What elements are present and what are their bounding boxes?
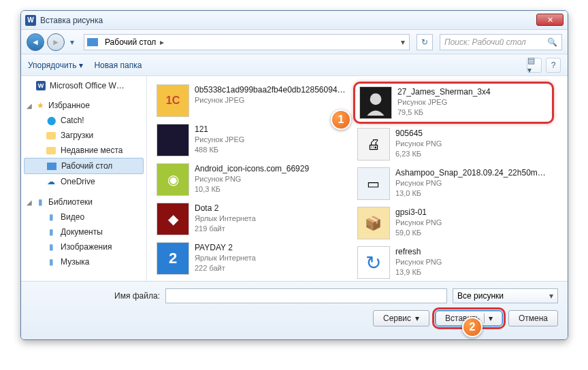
sidebar-item-images[interactable]: ▮ Изображения (21, 239, 146, 254)
close-button[interactable]: ✕ (536, 14, 564, 26)
footer: Имя файла: Все рисунки ▾ Сервис ▾ Встави… (21, 281, 568, 339)
file-thumbnail (359, 86, 392, 119)
new-folder-button[interactable]: Новая папка (94, 61, 142, 70)
sidebar-item-recent[interactable]: Недавние места (21, 143, 146, 158)
file-thumbnail: ▭ (357, 167, 390, 200)
search-input[interactable]: Поиск: Рабочий стол 🔍 (440, 34, 562, 50)
music-icon: ▮ (46, 256, 56, 267)
word-icon: W (36, 81, 46, 90)
file-item[interactable]: ◉ Android_icon-icons.com_66929 Рисунок P… (152, 161, 353, 199)
file-thumbnail: ↻ (357, 246, 390, 279)
search-placeholder: Поиск: Рабочий стол (444, 37, 526, 47)
documents-icon: ▮ (46, 226, 56, 237)
tools-button[interactable]: Сервис ▾ (373, 310, 429, 326)
window-title: Вставка рисунка (40, 16, 103, 25)
sidebar-item-downloads[interactable]: Загрузки (21, 128, 146, 143)
annotation-badge-2: 2 (462, 317, 483, 337)
collapse-icon[interactable]: ◢ (27, 199, 32, 206)
chevron-down-icon: ▾ (79, 61, 83, 70)
address-bar[interactable]: Рабочий стол ▸ ▾ (84, 34, 410, 50)
file-item[interactable]: 121 Рисунок JPEG 488 КБ (152, 121, 353, 159)
sidebar-item-onedrive[interactable]: ☁ OneDrive (21, 174, 146, 189)
file-item[interactable]: 1C 0b5338c1ad999baa2fb4e0db12856094_2015… (152, 82, 353, 120)
star-icon: ★ (35, 100, 46, 111)
filename-label: Имя файла: (31, 291, 160, 301)
search-icon: 🔍 (547, 37, 557, 47)
sidebar-libraries-header[interactable]: ◢ ▮ Библиотеки (21, 195, 146, 209)
file-thumbnail: ◆ (157, 203, 189, 235)
address-dropdown-icon[interactable]: ▾ (399, 37, 406, 47)
desktop-icon (47, 163, 56, 170)
file-thumbnail: 📦 (357, 207, 390, 239)
refresh-button[interactable]: ↻ (416, 34, 433, 50)
sidebar-favorites-header[interactable]: ◢ ★ Избранное (21, 98, 146, 113)
video-icon: ▮ (46, 212, 56, 222)
file-item[interactable]: 📦 gpsi3-01 Рисунок PNG 59,0 КБ (353, 204, 554, 242)
desktop-icon (87, 38, 98, 46)
collapse-icon[interactable]: ◢ (27, 102, 32, 110)
filename-input[interactable] (165, 288, 447, 303)
cloud-icon: ☁ (46, 176, 56, 187)
file-item-selected[interactable]: 27_James_Sherman_3x4 Рисунок JPEG 79,5 К… (353, 82, 554, 124)
images-icon: ▮ (46, 241, 56, 252)
chevron-down-icon: ▾ (549, 291, 553, 301)
library-icon: ▮ (35, 197, 46, 207)
file-item[interactable]: ↻ refresh Рисунок PNG 13,9 КБ (353, 243, 554, 282)
cancel-button[interactable]: Отмена (508, 310, 558, 326)
titlebar[interactable]: W Вставка рисунка ✕ (21, 11, 568, 30)
file-item[interactable]: 🖨 905645 Рисунок PNG 6,23 КБ (353, 125, 554, 163)
file-item[interactable]: ◆ Dota 2 Ярлык Интернета 219 байт (152, 200, 353, 238)
sidebar-item-office[interactable]: W Microsoft Office W… (21, 79, 146, 92)
breadcrumb[interactable]: Рабочий стол (102, 37, 159, 47)
file-thumbnail: ◉ (157, 163, 189, 196)
sidebar-item-catch[interactable]: ⬤ Catch! (21, 113, 146, 128)
file-item[interactable]: ▭ Ashampoo_Snap_2018.09.24_22h50m43s_028… (353, 165, 554, 203)
sidebar-item-music[interactable]: ▮ Музыка (21, 254, 146, 269)
organize-button[interactable]: Упорядочить ▾ (28, 61, 83, 70)
nav-bar: ◄ ► ▾ Рабочий стол ▸ ▾ ↻ Поиск: Рабочий … (21, 30, 568, 54)
file-thumbnail (157, 124, 189, 156)
sidebar: W Microsoft Office W… ◢ ★ Избранное ⬤ Ca… (21, 76, 147, 301)
sidebar-item-documents[interactable]: ▮ Документы (21, 224, 146, 239)
file-list[interactable]: 1C 0b5338c1ad999baa2fb4e0db12856094_2015… (147, 76, 568, 301)
view-options-button[interactable]: ▤ ▾ (527, 58, 542, 73)
nav-history-dropdown[interactable]: ▾ (67, 33, 77, 51)
annotation-badge-1: 1 (331, 110, 351, 130)
chevron-right-icon[interactable]: ▸ (159, 37, 165, 47)
file-item[interactable]: 2 PAYDAY 2 Ярлык Интернета 222 байт (152, 239, 353, 278)
chevron-down-icon[interactable]: ▾ (484, 314, 493, 323)
help-button[interactable]: ? (546, 58, 561, 73)
file-thumbnail: 🖨 (357, 128, 390, 161)
word-icon: W (25, 15, 36, 26)
svg-point-0 (370, 93, 382, 105)
file-thumbnail: 1C (157, 84, 189, 117)
folder-icon (46, 132, 56, 139)
toolbar: Упорядочить ▾ Новая папка ▤ ▾ ? (21, 54, 568, 76)
back-button[interactable]: ◄ (27, 33, 44, 51)
file-thumbnail: 2 (157, 242, 189, 275)
folder-icon (46, 147, 56, 154)
chevron-down-icon: ▾ (415, 314, 419, 323)
forward-button[interactable]: ► (47, 33, 65, 51)
sidebar-item-video[interactable]: ▮ Видео (21, 209, 146, 224)
insert-picture-dialog: W Вставка рисунка ✕ ◄ ► ▾ Рабочий стол ▸… (20, 10, 568, 340)
catch-icon: ⬤ (46, 115, 56, 126)
sidebar-item-desktop[interactable]: Рабочий стол (24, 158, 144, 174)
file-type-filter[interactable]: Все рисунки ▾ (453, 288, 558, 303)
